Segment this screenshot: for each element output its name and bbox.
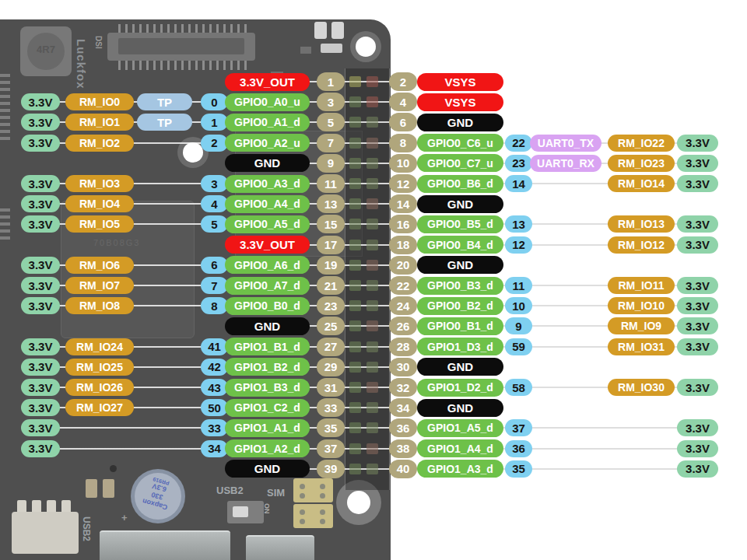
rm-io-label-left: RM_IO3: [65, 175, 134, 192]
mounting-hole: [350, 31, 381, 62]
gpio-number-right: 22: [505, 135, 532, 152]
gpio-number-left: 3: [201, 175, 228, 192]
header-component: [366, 300, 378, 311]
rm-io-label-right: RM_IO12: [608, 236, 675, 254]
pin-number-left: 3: [317, 93, 345, 111]
header-component: [349, 138, 361, 149]
gpio-number-right: 58: [505, 379, 532, 396]
pin-number-left: 23: [317, 296, 345, 315]
pin-function-right: GPIO0_B2_d: [417, 297, 503, 315]
header-component: [349, 96, 361, 107]
supply-3v3-left: 3.3V: [21, 257, 60, 274]
header-component: [349, 382, 361, 393]
rm-io-label-left: RM_IO25: [65, 359, 134, 376]
pin-number-right: 16: [389, 215, 417, 233]
pin-function-right: GPIO0_C7_u: [417, 154, 503, 172]
header-component: [366, 219, 378, 229]
pin-function-left: GPIO0_A5_d: [225, 215, 310, 233]
pin-function-left: GPIO1_A1_d: [225, 419, 310, 437]
rm-io-label-left: RM_IO1: [65, 114, 134, 131]
rm-io-label-left: RM_IO4: [65, 195, 134, 212]
gpio-number-left: 4: [201, 195, 228, 212]
gpio-number-left: 50: [201, 399, 228, 416]
header-component: [349, 260, 361, 271]
rm-io-label-right: RM_IO14: [608, 175, 675, 192]
pin-number-right: 20: [389, 256, 417, 275]
header-component: [349, 422, 361, 433]
supply-3v3-left: 3.3V: [21, 114, 60, 131]
header-component: [349, 300, 361, 311]
pin-function-left: GPIO1_A2_d: [225, 439, 310, 457]
pin-number-right: 6: [389, 113, 417, 131]
pin-function-right: GPIO0_B5_d: [417, 215, 503, 233]
smd-component: [331, 22, 344, 39]
gpio-number-right: 11: [505, 277, 532, 294]
header-component: [366, 464, 378, 474]
usb-shield: [100, 530, 230, 560]
smd-component: [86, 479, 97, 498]
gpio-number-right: 35: [505, 460, 532, 478]
pin-function-left: GND: [225, 317, 310, 335]
header-component: [349, 198, 361, 209]
gpio-number-left: 42: [201, 359, 228, 376]
header-component: [366, 178, 378, 189]
pin-function-right: GPIO0_B1_d: [417, 317, 503, 335]
pin-number-left: 27: [317, 338, 345, 356]
rm-io-label-right: RM_IO9: [608, 317, 675, 334]
pin-number-left: 29: [317, 358, 345, 376]
pin-function-left: GPIO0_B0_d: [225, 297, 310, 315]
pin-number-left: 5: [317, 113, 345, 131]
pin-function-left: GPIO0_A7_d: [225, 277, 310, 295]
gpio-number-left: 7: [201, 277, 228, 294]
header-component: [366, 198, 378, 209]
sim-shield: [246, 535, 314, 560]
supply-3v3-left: 3.3V: [21, 195, 60, 212]
rm-io-label-left: RM_IO0: [65, 93, 134, 110]
header-component: [366, 117, 378, 128]
on-label: ON: [263, 503, 271, 514]
header-component: [366, 362, 378, 373]
pin-function-right: VSYS: [417, 93, 503, 111]
header-component: [349, 320, 361, 331]
pin-number-right: 40: [389, 460, 417, 478]
pin-number-left: 17: [317, 236, 345, 254]
supply-3v3-right: 3.3V: [677, 135, 718, 152]
pin-function-left: GPIO1_B1_d: [225, 338, 310, 355]
supply-3v3-right: 3.3V: [677, 236, 718, 254]
pin-function-left: GPIO0_A2_u: [225, 134, 310, 152]
supply-3v3-left: 3.3V: [21, 440, 60, 457]
supply-3v3-left: 3.3V: [21, 277, 60, 294]
edge-pad-strip: [0, 208, 10, 243]
gpio-number-right: 59: [505, 338, 532, 355]
inductor-label: 4R7: [20, 44, 72, 55]
pin-function-right: GND: [417, 114, 503, 131]
tp-label: TP: [137, 114, 192, 131]
gpio-number-left: 34: [201, 440, 228, 457]
pin-function-right: GND: [417, 399, 503, 417]
pin-function-left: GPIO0_A1_d: [225, 114, 310, 131]
supply-3v3-left: 3.3V: [21, 135, 60, 152]
pin-number-right: 12: [389, 174, 417, 193]
supply-3v3-right: 3.3V: [677, 440, 718, 457]
pin-function-left: GND: [225, 154, 310, 172]
header-component: [349, 280, 361, 291]
pin-number-left: 25: [317, 317, 345, 335]
pin-function-right: GND: [417, 358, 503, 376]
pin-number-left: 31: [317, 378, 345, 397]
jumper-block: [293, 478, 333, 502]
header-component: [349, 178, 361, 189]
header-component: [366, 96, 378, 107]
gpio-number-left: 0: [201, 93, 228, 110]
header-component: [366, 320, 378, 331]
supply-3v3-left: 3.3V: [21, 338, 60, 355]
header-component: [366, 76, 378, 87]
header-component: [366, 158, 378, 169]
pin-function-right: GPIO1_A5_d: [417, 419, 503, 437]
pin-number-left: 1: [317, 72, 345, 91]
pin-number-right: 14: [389, 194, 417, 213]
pin-number-right: 28: [389, 338, 417, 356]
pin-number-right: 2: [389, 72, 417, 91]
header-component: [349, 362, 361, 373]
header-component: [366, 382, 378, 393]
capacitor: Capxon 330 6.3V PR919: [131, 469, 185, 523]
